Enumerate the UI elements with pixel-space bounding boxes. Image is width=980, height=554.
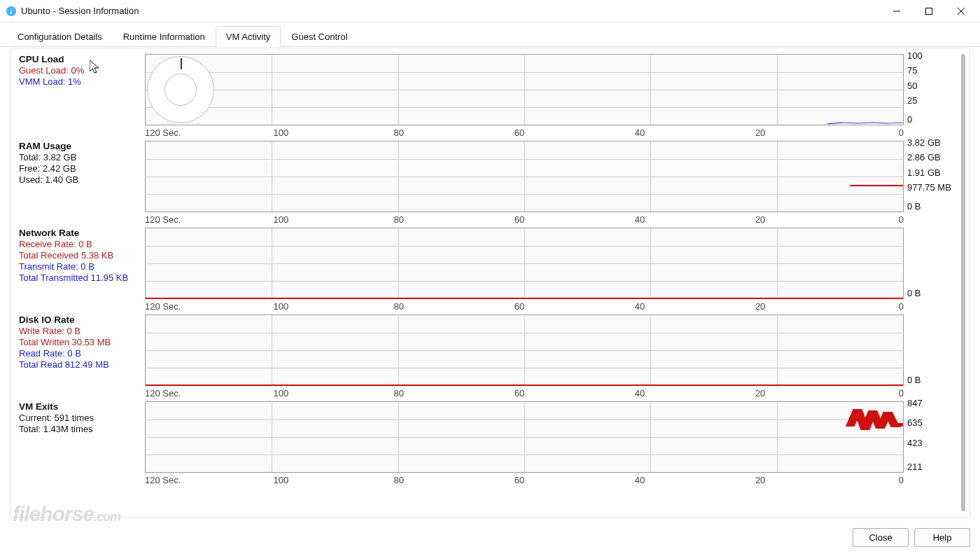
ram-title: RAM Usage (19, 141, 141, 151)
disk-title: Disk IO Rate (19, 314, 141, 325)
network-title: Network Rate (19, 228, 141, 238)
ram-free: Free: 2.42 GB (19, 163, 141, 174)
network-total-transmitted: Total Transmitted 11.95 KB (19, 272, 141, 284)
vm-activity-panel: CPU Load Guest Load: 0% VMM Load: 1% (10, 48, 970, 518)
vmexits-current: Current: 591 times (19, 413, 141, 424)
help-button[interactable]: Help (914, 528, 970, 547)
disk-xaxis: 120 Sec.100806040200 (145, 386, 904, 399)
network-total-received: Total Received 5.38 KB (19, 250, 141, 261)
vmexits-title: VM Exits (19, 401, 141, 412)
network-rate-section: Network Rate Receive Rate: 0 B Total Rec… (19, 228, 953, 312)
close-window-button[interactable] (945, 0, 977, 22)
disk-total-read: Total Read 812.49 MB (19, 359, 141, 371)
vmexits-total: Total: 1.43M times (19, 424, 141, 435)
close-button[interactable]: Close (853, 528, 909, 547)
disk-chart: 0 B (145, 314, 904, 386)
ram-xaxis: 120 Sec.100806040200 (145, 212, 904, 225)
ram-chart: 3.82 GB 2.86 GB 1.91 GB 977.75 MB 0 B (145, 141, 904, 212)
maximize-button[interactable] (913, 0, 945, 22)
ram-yaxis: 3.82 GB 2.86 GB 1.91 GB 977.75 MB 0 B (903, 137, 952, 207)
network-xaxis: 120 Sec.100806040200 (145, 299, 904, 312)
cpu-load-title: CPU Load (19, 54, 141, 64)
network-receive-rate: Receive Rate: 0 B (19, 239, 141, 250)
disk-total-written: Total Written 30.53 MB (19, 337, 141, 348)
ram-used: Used: 1.40 GB (19, 174, 141, 186)
cpu-guest-load: Guest Load: 0% (19, 65, 141, 76)
watermark: filehorse.com (13, 502, 120, 526)
footer-buttons: Close Help (853, 528, 970, 547)
disk-read-rate: Read Rate: 0 B (19, 348, 141, 359)
tab-runtime-information[interactable]: Runtime Information (113, 26, 216, 47)
tabstrip: Configuration Details Runtime Informatio… (0, 22, 980, 47)
cpu-yaxis: 100 75 50 25 0 (903, 50, 952, 120)
ram-usage-section: RAM Usage Total: 3.82 GB Free: 2.42 GB U… (19, 141, 953, 225)
ram-total: Total: 3.82 GB (19, 152, 141, 163)
vertical-scrollbar[interactable] (961, 54, 965, 511)
window-title: Ubunto - Session Information (21, 6, 139, 16)
vmexits-yaxis: 847 635 423 211 (903, 398, 952, 468)
network-transmit-rate: Transmit Rate: 0 B (19, 261, 141, 272)
disk-write-rate: Write Rate: 0 B (19, 326, 141, 337)
vmexits-chart: 847 635 423 211 (145, 401, 904, 473)
cpu-load-section: CPU Load Guest Load: 0% VMM Load: 1% (19, 54, 953, 138)
network-yaxis: 0 B (903, 228, 952, 298)
cpu-xaxis: 120 Sec.100806040200 (145, 125, 904, 138)
tab-vm-activity[interactable]: VM Activity (216, 26, 281, 47)
cpu-vmm-load: VMM Load: 1% (19, 76, 141, 88)
disk-yaxis: 0 B (903, 315, 952, 385)
disk-io-section: Disk IO Rate Write Rate: 0 B Total Writt… (19, 314, 953, 399)
cpu-load-chart: 100 75 50 25 0 (145, 54, 904, 125)
svg-rect-3 (926, 8, 932, 14)
network-chart: 0 B (145, 228, 904, 299)
vmexits-xaxis: 120 Sec.100806040200 (145, 473, 904, 485)
app-icon: i (6, 6, 17, 17)
vm-exits-section: VM Exits Current: 591 times Total: 1.43M… (19, 401, 953, 485)
tab-guest-control[interactable]: Guest Control (281, 26, 358, 47)
minimize-button[interactable] (881, 0, 913, 22)
tab-configuration-details[interactable]: Configuration Details (7, 26, 113, 47)
titlebar: i Ubunto - Session Information (0, 0, 980, 22)
